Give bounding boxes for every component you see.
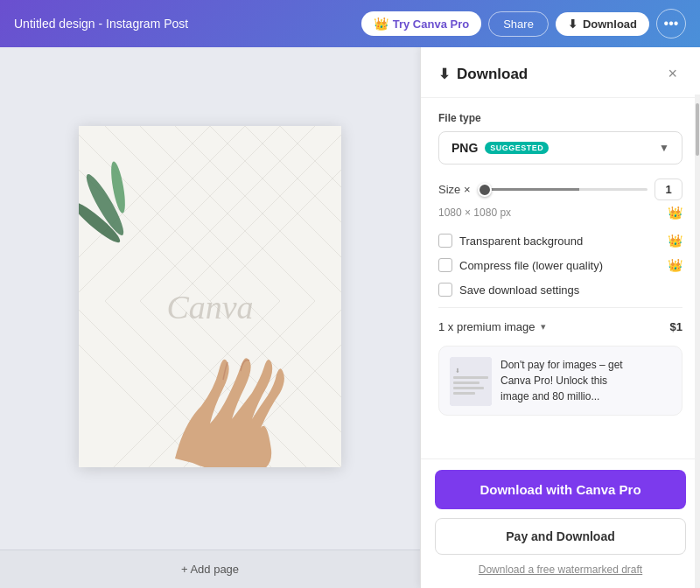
chevron-down-icon: ▼ bbox=[659, 142, 669, 154]
crown-icon: 👑 bbox=[374, 17, 388, 31]
header-actions: 👑 Try Canva Pro Share ⬇ Download ••• bbox=[361, 9, 686, 38]
scrollbar-thumb bbox=[696, 103, 699, 156]
save-settings-label: Save download settings bbox=[459, 284, 579, 297]
premium-toggle[interactable]: 1 x premium image ▾ bbox=[438, 320, 546, 333]
size-row: Size × 1 bbox=[438, 178, 682, 200]
svg-rect-33 bbox=[453, 382, 480, 384]
download-button[interactable]: ⬇ Download bbox=[556, 12, 649, 36]
more-icon: ••• bbox=[664, 16, 679, 32]
promo-text: Don't pay for images – get Canva Pro! Un… bbox=[500, 357, 623, 404]
size-slider[interactable] bbox=[478, 188, 648, 191]
premium-label: 1 x premium image bbox=[438, 320, 536, 333]
svg-rect-34 bbox=[453, 387, 484, 389]
transparent-bg-row: Transparent background 👑 bbox=[438, 234, 682, 248]
panel-body[interactable]: File type PNG SUGGESTED ▼ Size × 1 1080 … bbox=[421, 98, 700, 458]
svg-rect-35 bbox=[453, 392, 475, 395]
crown-icon-transparent: 👑 bbox=[668, 234, 682, 248]
svg-text:⬇: ⬇ bbox=[455, 368, 460, 374]
add-page-button[interactable]: + Add page bbox=[0, 550, 420, 588]
panel-footer: Download with Canva Pro Pay and Download… bbox=[421, 458, 700, 588]
size-label: Size × bbox=[438, 183, 471, 196]
size-value: 1 bbox=[654, 178, 682, 200]
panel-header: ⬇ Download × bbox=[421, 47, 700, 98]
design-canvas: Canva bbox=[79, 126, 341, 467]
compress-row: Compress file (lower quality) 👑 bbox=[438, 258, 682, 272]
canvas-area: Canva + Add page bbox=[0, 47, 420, 588]
promo-thumbnail: ⬇ bbox=[450, 357, 492, 406]
app-header: Untitled design - Instagram Post 👑 Try C… bbox=[0, 0, 700, 47]
watermark-draft-link[interactable]: Download a free watermarked draft bbox=[435, 564, 686, 576]
premium-section: 1 x premium image ▾ $1 bbox=[438, 307, 682, 333]
compress-label: Compress file (lower quality) bbox=[459, 259, 603, 272]
promo-card: ⬇ Don't pay for images – get Canva Pro! … bbox=[438, 346, 682, 416]
add-page-label: + Add page bbox=[181, 563, 239, 576]
panel-title: ⬇ Download bbox=[438, 66, 528, 83]
compress-checkbox[interactable] bbox=[438, 258, 452, 272]
svg-text:Canva: Canva bbox=[166, 289, 253, 326]
pay-and-download-button[interactable]: Pay and Download bbox=[435, 518, 686, 555]
download-panel: ⬇ Download × File type PNG SUGGESTED ▼ S… bbox=[420, 47, 700, 588]
svg-rect-32 bbox=[453, 376, 488, 379]
download-icon: ⬇ bbox=[568, 18, 578, 31]
share-button[interactable]: Share bbox=[488, 11, 549, 37]
try-canva-pro-button[interactable]: 👑 Try Canva Pro bbox=[361, 11, 481, 36]
download-panel-icon: ⬇ bbox=[438, 66, 450, 82]
dimensions-text: 1080 × 1080 px bbox=[438, 206, 511, 219]
save-settings-row: Save download settings bbox=[438, 283, 682, 297]
transparent-bg-label: Transparent background bbox=[459, 234, 583, 248]
file-type-value: PNG bbox=[452, 141, 478, 155]
panel-scrollbar[interactable] bbox=[695, 94, 700, 588]
premium-row: 1 x premium image ▾ $1 bbox=[438, 320, 682, 333]
suggested-badge: SUGGESTED bbox=[485, 142, 549, 154]
download-with-canva-pro-button[interactable]: Download with Canva Pro bbox=[435, 470, 686, 509]
file-type-label: File type bbox=[438, 112, 682, 124]
close-panel-button[interactable]: × bbox=[662, 63, 682, 85]
premium-price: $1 bbox=[670, 320, 682, 333]
file-type-dropdown[interactable]: PNG SUGGESTED ▼ bbox=[438, 131, 682, 164]
transparent-bg-checkbox[interactable] bbox=[438, 234, 452, 248]
crown-icon-compress: 👑 bbox=[668, 258, 682, 272]
crown-icon-dimensions: 👑 bbox=[668, 206, 682, 220]
premium-chevron-icon: ▾ bbox=[541, 321, 546, 332]
save-settings-checkbox[interactable] bbox=[438, 283, 452, 297]
main-area: Canva + Add page bbox=[0, 47, 700, 588]
more-options-button[interactable]: ••• bbox=[656, 9, 686, 38]
design-title: Untitled design - Instagram Post bbox=[14, 17, 361, 31]
dimensions-row: 1080 × 1080 px 👑 bbox=[438, 206, 682, 220]
